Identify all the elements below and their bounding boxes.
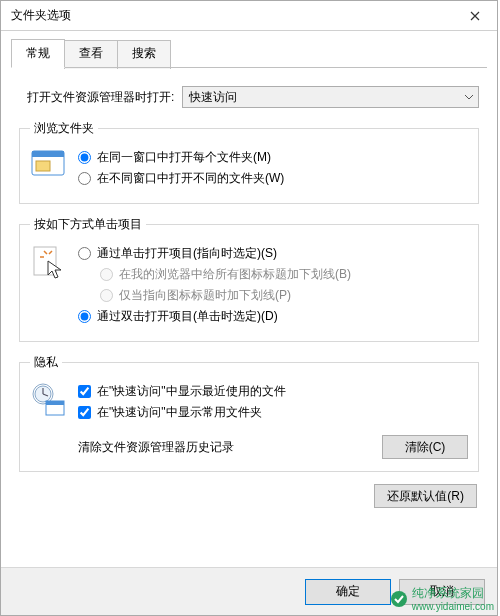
cancel-button[interactable]: 取消 [399,579,485,605]
double-click-radio[interactable] [78,310,91,323]
tab-content: 打开文件资源管理器时打开: 快速访问 浏览文件夹 [1,68,497,516]
clear-history-button[interactable]: 清除(C) [382,435,468,459]
close-icon [470,11,480,21]
tab-divider [11,67,487,68]
svg-rect-1 [32,151,64,157]
browse-folders-legend: 浏览文件夹 [30,120,98,137]
window-title: 文件夹选项 [11,7,452,24]
open-explorer-combo[interactable]: 快速访问 [182,86,479,108]
browse-diff-window-radio[interactable] [78,172,91,185]
browse-same-window-option[interactable]: 在同一窗口中打开每个文件夹(M) [78,149,468,166]
click-items-group: 按如下方式单击项目 通过单击打开项目(指向时选定)(S) [19,216,479,342]
show-recent-files-checkbox[interactable] [78,385,91,398]
chevron-down-icon [464,90,474,104]
single-click-radio[interactable] [78,247,91,260]
browse-same-window-radio[interactable] [78,151,91,164]
tab-view[interactable]: 查看 [64,40,118,69]
tab-general[interactable]: 常规 [11,39,65,68]
folder-options-dialog: 文件夹选项 常规 查看 搜索 打开文件资源管理器时打开: 快速访问 浏览文件夹 [0,0,498,616]
show-recent-files-option[interactable]: 在"快速访问"中显示最近使用的文件 [78,383,468,400]
restore-defaults-button[interactable]: 还原默认值(R) [374,484,477,508]
open-explorer-value: 快速访问 [189,89,237,106]
privacy-group: 隐私 在"快速访问"中显示最近使用的文件 [19,354,479,472]
underline-all-option: 在我的浏览器中给所有图标标题加下划线(B) [100,266,468,283]
clear-history-row: 清除文件资源管理器历史记录 清除(C) [78,435,468,459]
tab-strip: 常规 查看 搜索 [11,39,497,68]
browse-folders-group: 浏览文件夹 在同一窗口中打开每个文件夹(M) [19,120,479,204]
privacy-icon [30,381,68,419]
clear-history-label: 清除文件资源管理器历史记录 [78,439,382,456]
ok-button[interactable]: 确定 [305,579,391,605]
show-frequent-folders-option[interactable]: 在"快速访问"中显示常用文件夹 [78,404,468,421]
tab-search[interactable]: 搜索 [117,40,171,69]
open-explorer-row: 打开文件资源管理器时打开: 快速访问 [27,86,479,108]
privacy-legend: 隐私 [30,354,62,371]
close-button[interactable] [452,1,497,30]
open-explorer-label: 打开文件资源管理器时打开: [27,89,174,106]
double-click-option[interactable]: 通过双击打开项目(单击时选定)(D) [78,308,468,325]
click-items-icon [30,243,68,283]
svg-rect-9 [46,401,64,405]
show-frequent-folders-checkbox[interactable] [78,406,91,419]
browse-diff-window-option[interactable]: 在不同窗口中打开不同的文件夹(W) [78,170,468,187]
titlebar: 文件夹选项 [1,1,497,31]
restore-row: 还原默认值(R) [19,484,477,508]
underline-hover-radio [100,289,113,302]
underline-all-radio [100,268,113,281]
browse-folders-icon [30,147,68,181]
svg-rect-2 [36,161,50,171]
dialog-button-bar: 确定 取消 [1,567,497,615]
underline-hover-option: 仅当指向图标标题时加下划线(P) [100,287,468,304]
single-click-option[interactable]: 通过单击打开项目(指向时选定)(S) [78,245,468,262]
click-items-legend: 按如下方式单击项目 [30,216,146,233]
